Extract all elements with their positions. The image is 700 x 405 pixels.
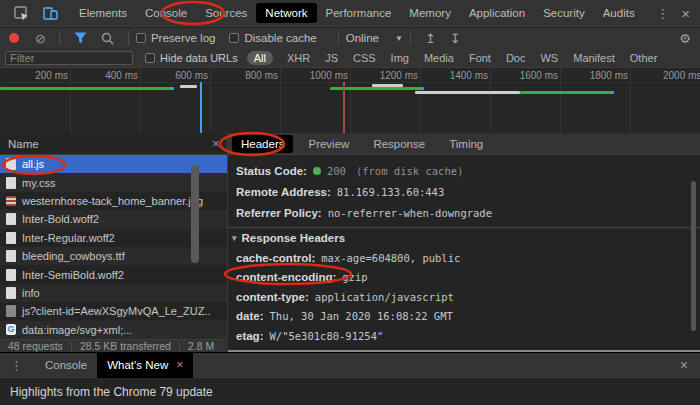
chevron-down-icon[interactable]: ▼ xyxy=(395,34,403,43)
gridline xyxy=(280,68,281,133)
timeline-tick: 200 ms xyxy=(4,70,68,81)
resource-type-filters: AllXHRJSCSSImgMediaFontDocWSManifestOthe… xyxy=(247,51,659,65)
request-row-data-image-svg-xml[interactable]: Gdata:image/svg+xml;... xyxy=(0,321,227,339)
close-detail-icon[interactable]: × xyxy=(212,137,220,150)
file-icon xyxy=(6,213,16,225)
timeline-tick: 1000 ms xyxy=(284,70,348,81)
checkbox-icon[interactable] xyxy=(145,53,155,63)
overview-bar xyxy=(180,85,197,88)
tab-sources[interactable]: Sources xyxy=(196,3,256,23)
header-key: Status Code: xyxy=(236,165,307,177)
resources-size: 2.8 M xyxy=(180,340,222,352)
tab-elements[interactable]: Elements xyxy=(70,3,136,23)
detail-tab-timing[interactable]: Timing xyxy=(440,135,492,153)
close-tab-icon[interactable]: × xyxy=(176,353,183,378)
preserve-log-checkbox[interactable]: Preserve log xyxy=(136,32,216,44)
file-icon xyxy=(6,232,16,244)
filter-type-img[interactable]: Img xyxy=(390,52,410,64)
hide-data-urls-checkbox[interactable]: Hide data URLs xyxy=(145,52,238,64)
tab-network[interactable]: Network xyxy=(256,3,316,23)
request-name: Inter-Bold.woff2 xyxy=(22,213,99,225)
drawer-tab-what-s-new[interactable]: What's New× xyxy=(97,353,193,378)
request-name: Inter-SemiBold.woff2 xyxy=(22,269,124,281)
list-scrollbar[interactable] xyxy=(191,165,199,263)
clear-icon[interactable]: ⊘ xyxy=(35,31,46,46)
filter-type-all[interactable]: All xyxy=(247,51,273,65)
timeline-tick: 400 ms xyxy=(74,70,138,81)
gridline xyxy=(140,68,141,133)
drawer-menu-icon[interactable]: ⋮ xyxy=(0,358,35,373)
timeline-tick: 1200 ms xyxy=(354,70,418,81)
request-name: all.js xyxy=(22,158,44,170)
request-list-panel: Name all.jsmy.csswesternhorse-tack_home_… xyxy=(0,133,228,352)
header-note: (from disk cache) xyxy=(356,165,463,177)
record-button[interactable] xyxy=(9,33,19,43)
network-content: Name all.jsmy.csswesternhorse-tack_home_… xyxy=(0,133,700,352)
checkbox-icon[interactable] xyxy=(136,33,146,43)
file-icon xyxy=(6,305,16,317)
timeline-tick: 1400 ms xyxy=(424,70,488,81)
detail-scrollbar[interactable] xyxy=(691,181,696,331)
request-row-inter-semibold-wof[interactable]: Inter-SemiBold.woff2 xyxy=(0,265,227,283)
header-value: Thu, 30 Jan 2020 16:08:22 GMT xyxy=(269,310,452,322)
event-marker-line xyxy=(343,82,345,133)
tab-security[interactable]: Security xyxy=(534,3,594,23)
gridline xyxy=(630,68,631,133)
overview-bar xyxy=(611,91,614,94)
header-key: cache-control: xyxy=(236,252,315,264)
drawer: ⋮ ConsoleWhat's New×× Highlights from th… xyxy=(0,352,700,405)
status-green-dot-icon xyxy=(313,167,321,175)
tab-console[interactable]: Console xyxy=(136,3,196,23)
drawer-tab-console[interactable]: Console xyxy=(35,353,97,378)
detail-tab-preview[interactable]: Preview xyxy=(299,135,358,153)
toolbar-icons xyxy=(0,6,70,21)
filter-type-other[interactable]: Other xyxy=(629,52,659,64)
tab-memory[interactable]: Memory xyxy=(400,3,460,23)
filter-type-xhr[interactable]: XHR xyxy=(286,52,311,64)
filter-type-ws[interactable]: WS xyxy=(539,52,559,64)
filter-type-doc[interactable]: Doc xyxy=(505,52,527,64)
filter-type-css[interactable]: CSS xyxy=(352,52,377,64)
device-toolbar-icon[interactable] xyxy=(43,6,58,20)
tab-performance[interactable]: Performance xyxy=(317,3,401,23)
inspect-element-icon[interactable] xyxy=(14,6,29,21)
name-column-header[interactable]: Name xyxy=(0,133,227,155)
timeline-tick: 1600 ms xyxy=(494,70,558,81)
devtools-window: ElementsConsoleSourcesNetworkPerformance… xyxy=(0,0,700,405)
headers-pane: Status Code:200(from disk cache)Remote A… xyxy=(228,155,700,352)
devtools-menu-icon[interactable]: ⋮ xyxy=(656,6,669,21)
overview-bar xyxy=(520,91,613,94)
transferred-size: 28.5 KB transferred xyxy=(72,340,179,352)
disable-cache-checkbox[interactable]: Disable cache xyxy=(229,32,316,44)
filter-type-font[interactable]: Font xyxy=(468,52,492,64)
filter-funnel-icon[interactable] xyxy=(74,32,87,44)
response-header-row: content-type:application/javascript xyxy=(228,287,700,307)
filter-type-js[interactable]: JS xyxy=(324,52,339,64)
search-icon[interactable] xyxy=(101,32,114,45)
gridline xyxy=(420,68,421,133)
tab-audits[interactable]: Audits xyxy=(594,3,644,23)
request-row-info[interactable]: info xyxy=(0,284,227,302)
detail-tab-response[interactable]: Response xyxy=(364,135,434,153)
drawer-close-icon[interactable]: × xyxy=(680,357,700,373)
gridline xyxy=(560,68,561,133)
header-value: no-referrer-when-downgrade xyxy=(328,207,492,219)
tab-application[interactable]: Application xyxy=(460,3,534,23)
request-name: westernhorse-tack_home_banner.jpg xyxy=(22,195,203,207)
header-value: gzip xyxy=(342,271,367,283)
import-har-icon[interactable]: ↥ xyxy=(425,31,436,46)
export-har-icon[interactable]: ↧ xyxy=(450,31,461,46)
filter-type-media[interactable]: Media xyxy=(423,52,455,64)
general-header-row: Status Code:200(from disk cache) xyxy=(228,160,700,181)
request-row-js-client-id-aewxs[interactable]: js?client-id=AewXSgyMvQA_Le_ZUZ.. xyxy=(0,302,227,320)
checkbox-icon[interactable] xyxy=(229,33,239,43)
detail-tab-headers[interactable]: Headers xyxy=(232,135,293,153)
filter-type-manifest[interactable]: Manifest xyxy=(572,52,616,64)
response-headers-section[interactable]: ▾Response Headers xyxy=(228,228,700,248)
filter-input[interactable] xyxy=(5,51,133,65)
devtools-close-icon[interactable]: × xyxy=(681,6,690,21)
network-overview[interactable]: 200 ms400 ms600 ms800 ms1000 ms1200 ms14… xyxy=(0,68,700,133)
throttling-dropdown[interactable]: Online xyxy=(346,32,379,44)
main-tabs: ElementsConsoleSourcesNetworkPerformance… xyxy=(70,3,644,23)
settings-gear-icon[interactable]: ⚙ xyxy=(679,31,700,46)
